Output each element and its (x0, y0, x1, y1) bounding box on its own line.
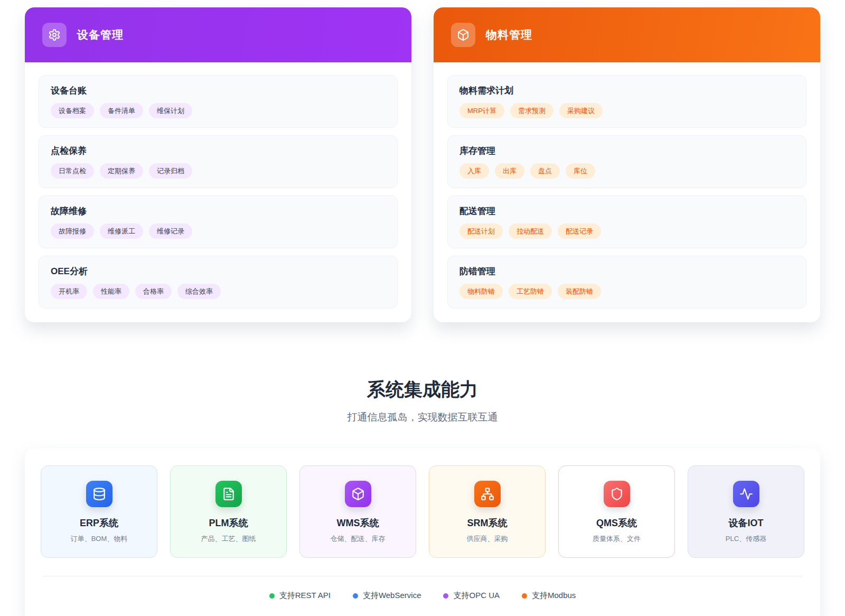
module-icon-chip (451, 23, 475, 47)
module-icon-chip (42, 23, 67, 47)
feature-box: 防错管理物料防错工艺防错装配防错 (447, 256, 806, 309)
feature-tags: 故障报修维修派工维修记录 (51, 223, 386, 239)
system-tile: QMS系统质量体系、文件 (558, 465, 675, 558)
system-desc: PLC、传感器 (692, 534, 800, 544)
system-desc: 供应商、采购 (434, 534, 541, 544)
feature-tag: 维保计划 (149, 103, 192, 118)
feature-box: 物料需求计划MRP计算需求预测采购建议 (447, 75, 806, 128)
module-card-2: 物料管理物料需求计划MRP计算需求预测采购建议库存管理入库出库盘点库位配送管理配… (434, 7, 820, 322)
integration-title: 系统集成能力 (0, 377, 845, 402)
systems-grid: ERP系统订单、BOM、物料PLM系统产品、工艺、图纸WMS系统仓储、配送、库存… (41, 465, 804, 558)
feature-tag: 备件清单 (100, 103, 143, 118)
feature-tags: MRP计算需求预测采购建议 (459, 103, 794, 118)
database-icon (92, 487, 106, 501)
cube-icon (457, 29, 470, 41)
feature-tag: 拉动配送 (509, 223, 552, 239)
feature-tag: 入库 (459, 163, 489, 179)
feature-title: OEE分析 (51, 265, 386, 277)
protocol-item: 支持OPC UA (443, 591, 500, 601)
feature-box: OEE分析开机率性能率合格率综合效率 (39, 256, 398, 309)
feature-tag: 维修记录 (149, 223, 192, 239)
document-icon (222, 487, 236, 501)
feature-tags: 入库出库盘点库位 (459, 163, 794, 179)
feature-tag: 配送记录 (558, 223, 601, 239)
system-name: ERP系统 (45, 517, 153, 529)
feature-title: 配送管理 (459, 205, 794, 217)
system-icon-chip (86, 481, 112, 507)
feature-tag: 记录归档 (149, 163, 192, 179)
feature-box: 故障维修故障报修维修派工维修记录 (39, 195, 398, 248)
system-name: SRM系统 (434, 517, 541, 529)
protocol-label: 支持OPC UA (453, 591, 500, 601)
feature-tag: 物料防错 (459, 284, 503, 299)
feature-tag: 开机率 (51, 284, 87, 299)
module-title: 设备管理 (77, 27, 124, 42)
feature-title: 设备台账 (51, 85, 386, 97)
feature-tag: 需求预测 (510, 103, 553, 118)
system-tile: 设备IOTPLC、传感器 (688, 465, 804, 558)
system-desc: 质量体系、文件 (563, 534, 670, 544)
integration-header: 系统集成能力 打通信息孤岛，实现数据互联互通 (0, 377, 845, 424)
gear-icon (48, 29, 61, 41)
protocol-dot-icon (353, 593, 358, 599)
network-icon (481, 487, 494, 501)
system-icon-chip (215, 481, 242, 507)
feature-title: 防错管理 (459, 265, 794, 277)
feature-tag: 合格率 (135, 284, 172, 299)
system-tile: ERP系统订单、BOM、物料 (41, 465, 157, 558)
activity-icon (739, 487, 753, 501)
cube-icon (351, 487, 365, 501)
protocol-item: 支持Modbus (522, 591, 576, 601)
system-name: WMS系统 (304, 517, 411, 529)
system-icon-chip (474, 481, 501, 507)
system-name: 设备IOT (692, 517, 800, 529)
protocol-item: 支持REST API (269, 591, 331, 601)
feature-tag: 设备档案 (51, 103, 94, 118)
feature-tag: MRP计算 (459, 103, 504, 118)
system-desc: 产品、工艺、图纸 (175, 534, 282, 544)
feature-tag: 装配防错 (558, 284, 601, 299)
protocol-dot-icon (443, 593, 448, 599)
shield-icon (610, 487, 624, 501)
feature-tags: 开机率性能率合格率综合效率 (51, 284, 386, 299)
feature-tags: 日常点检定期保养记录归档 (51, 163, 386, 179)
feature-tags: 设备档案备件清单维保计划 (51, 103, 386, 118)
system-tile: SRM系统供应商、采购 (429, 465, 546, 558)
module-title: 物料管理 (486, 27, 532, 42)
feature-tag: 故障报修 (51, 223, 94, 239)
system-name: PLM系统 (175, 517, 282, 529)
module-cards: 设备管理设备台账设备档案备件清单维保计划点检保养日常点检定期保养记录归档故障维修… (0, 0, 845, 322)
protocol-dot-icon (269, 593, 275, 599)
mes-feature-page: 设备管理设备台账设备档案备件清单维保计划点检保养日常点检定期保养记录归档故障维修… (0, 0, 845, 616)
feature-tags: 物料防错工艺防错装配防错 (459, 284, 794, 299)
feature-tag: 库位 (566, 163, 595, 179)
feature-tag: 出库 (495, 163, 524, 179)
system-tile: PLM系统产品、工艺、图纸 (170, 465, 287, 558)
protocol-label: 支持REST API (279, 591, 331, 601)
integration-subtitle: 打通信息孤岛，实现数据互联互通 (0, 410, 845, 424)
module-header: 设备管理 (25, 7, 411, 62)
protocol-label: 支持WebService (363, 591, 421, 601)
feature-tag: 盘点 (530, 163, 560, 179)
system-icon-chip (345, 481, 371, 507)
feature-tag: 维修派工 (100, 223, 143, 239)
feature-tags: 配送计划拉动配送配送记录 (459, 223, 794, 239)
protocol-label: 支持Modbus (532, 591, 576, 601)
feature-tag: 工艺防错 (509, 284, 552, 299)
feature-tag: 性能率 (93, 284, 129, 299)
module-body: 设备台账设备档案备件清单维保计划点检保养日常点检定期保养记录归档故障维修故障报修… (25, 62, 411, 322)
feature-box: 配送管理配送计划拉动配送配送记录 (447, 195, 806, 248)
feature-tag: 配送计划 (459, 223, 503, 239)
system-icon-chip (733, 481, 759, 507)
system-desc: 订单、BOM、物料 (45, 534, 153, 544)
feature-tag: 采购建议 (559, 103, 603, 118)
feature-box: 点检保养日常点检定期保养记录归档 (39, 135, 398, 188)
protocol-item: 支持WebService (353, 591, 421, 601)
feature-tag: 日常点检 (51, 163, 94, 179)
feature-tag: 综合效率 (177, 284, 221, 299)
module-body: 物料需求计划MRP计算需求预测采购建议库存管理入库出库盘点库位配送管理配送计划拉… (434, 62, 820, 322)
protocol-legend: 支持REST API支持WebService支持OPC UA支持Modbus (41, 576, 804, 616)
system-tile: WMS系统仓储、配送、库存 (299, 465, 416, 558)
feature-title: 故障维修 (51, 205, 386, 217)
feature-box: 设备台账设备档案备件清单维保计划 (39, 75, 398, 128)
